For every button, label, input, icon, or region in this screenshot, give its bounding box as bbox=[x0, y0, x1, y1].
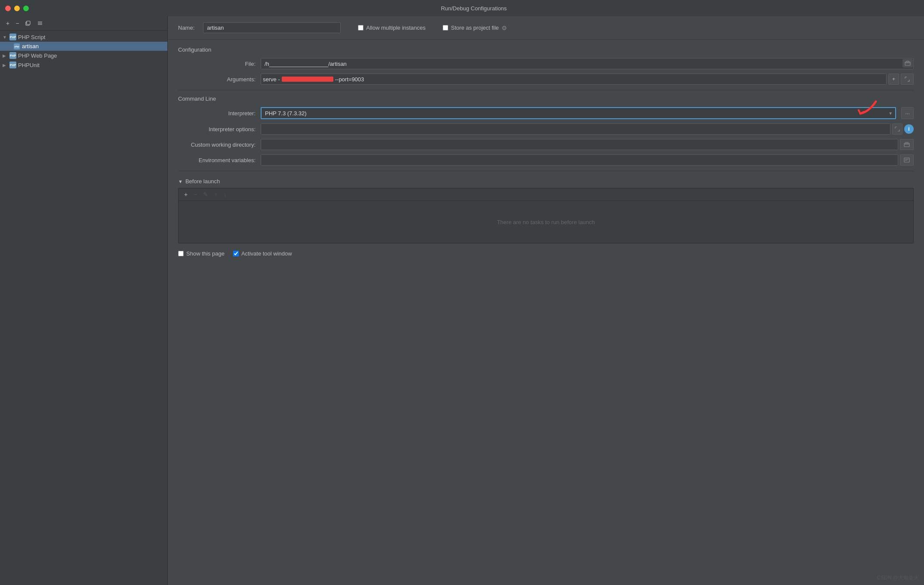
file-input[interactable] bbox=[261, 58, 914, 69]
before-launch-toggle-button[interactable]: ▼ bbox=[178, 179, 183, 184]
before-launch-empty-message: There are no tasks to run before launch bbox=[497, 219, 595, 225]
file-browse-button[interactable] bbox=[902, 59, 913, 68]
sidebar: + − ▼ PHP PHP Script bbox=[0, 16, 168, 585]
titlebar: Run/Debug Configurations bbox=[0, 0, 924, 16]
traffic-lights bbox=[5, 6, 29, 11]
allow-multiple-instances-label: Allow multiple instances bbox=[366, 25, 425, 31]
arguments-serve: serve - bbox=[263, 76, 280, 83]
custom-working-dir-label: Custom working directory: bbox=[178, 142, 256, 148]
command-line-section: Command Line Interpreter: PHP 7.3 (7.3.3… bbox=[178, 95, 914, 166]
allow-multiple-instances-checkbox[interactable] bbox=[358, 25, 363, 31]
config-header: Name: Allow multiple instances Store as … bbox=[168, 16, 924, 40]
custom-working-dir-browse-button[interactable] bbox=[900, 139, 914, 150]
maximize-button[interactable] bbox=[23, 6, 29, 11]
arguments-add-button[interactable]: + bbox=[888, 74, 899, 85]
config-body: Configuration File: bbox=[168, 40, 924, 585]
artisan-icon: php bbox=[14, 43, 20, 49]
env-variables-row: Environment variables: bbox=[178, 154, 914, 166]
before-launch-header: ▼ Before launch bbox=[178, 178, 914, 185]
php-script-icon: PHP bbox=[9, 34, 16, 40]
svg-rect-5 bbox=[905, 62, 910, 65]
gear-icon[interactable]: ⚙ bbox=[502, 25, 507, 31]
sidebar-item-php-script[interactable]: ▼ PHP PHP Script bbox=[0, 32, 167, 42]
arguments-label: Arguments: bbox=[178, 76, 256, 83]
chevron-down-icon: ▼ bbox=[3, 35, 8, 40]
php-web-page-icon: PHP bbox=[9, 52, 16, 59]
watermark: CSDN @大炮走火 bbox=[877, 574, 919, 582]
interpreter-row: Interpreter: PHP 7.3 (7.3.32) ▼ ··· bbox=[178, 107, 914, 119]
interpreter-label: Interpreter: bbox=[178, 110, 256, 117]
phpunit-label: PHPUnit bbox=[18, 62, 40, 68]
show-this-page-checkbox[interactable] bbox=[178, 251, 184, 256]
interpreter-options-info-button[interactable]: i bbox=[904, 124, 914, 134]
sidebar-item-artisan[interactable]: php artisan bbox=[0, 42, 167, 51]
sidebar-item-phpunit[interactable]: ▶ PHP PHPUnit bbox=[0, 60, 167, 70]
svg-rect-6 bbox=[904, 143, 909, 147]
env-variables-edit-button[interactable] bbox=[900, 154, 914, 166]
name-label: Name: bbox=[178, 25, 194, 31]
close-button[interactable] bbox=[5, 6, 11, 11]
before-launch-remove-button[interactable]: − bbox=[191, 190, 199, 199]
before-launch-empty-state: There are no tasks to run before launch bbox=[178, 200, 914, 243]
config-name-input[interactable] bbox=[203, 22, 341, 33]
window-title: Run/Debug Configurations bbox=[29, 5, 919, 12]
interpreter-options-row: Interpreter options: i bbox=[178, 123, 914, 135]
env-variables-input[interactable] bbox=[261, 154, 898, 166]
before-launch-add-button[interactable]: + bbox=[182, 190, 190, 199]
chevron-right-icon: ▶ bbox=[3, 53, 8, 58]
chevron-right-icon-2: ▶ bbox=[3, 63, 8, 68]
before-launch-edit-button[interactable]: ✎ bbox=[201, 190, 210, 199]
arguments-redacted-1 bbox=[282, 77, 333, 82]
custom-working-dir-row: Custom working directory: bbox=[178, 139, 914, 150]
activate-tool-window-checkbox[interactable] bbox=[233, 251, 239, 256]
before-launch-toolbar: + − ✎ ↑ ↓ bbox=[178, 188, 914, 200]
command-line-title: Command Line bbox=[178, 95, 914, 102]
arguments-expand-button[interactable] bbox=[901, 74, 914, 85]
interpreter-options-expand-button[interactable] bbox=[892, 123, 902, 135]
svg-rect-1 bbox=[27, 21, 30, 25]
store-as-project-file-group: Store as project file ⚙ bbox=[443, 25, 507, 31]
sidebar-tree: ▼ PHP PHP Script php artisan ▶ PHP PHP W… bbox=[0, 31, 167, 585]
file-row: File: bbox=[178, 58, 914, 69]
bottom-options: Show this page Activate tool window bbox=[178, 250, 914, 264]
allow-multiple-instances-group: Allow multiple instances bbox=[358, 25, 425, 31]
move-config-button[interactable] bbox=[35, 19, 45, 27]
phpunit-icon: PHP bbox=[9, 62, 16, 68]
copy-config-button[interactable] bbox=[23, 19, 33, 27]
interpreter-options-input[interactable] bbox=[261, 123, 890, 135]
arguments-row: Arguments: serve - --port=9003 + bbox=[178, 74, 914, 85]
interpreter-select[interactable]: PHP 7.3 (7.3.32) bbox=[261, 107, 896, 119]
php-web-page-label: PHP Web Page bbox=[18, 52, 57, 59]
divider-1 bbox=[178, 90, 914, 90]
store-as-project-file-checkbox[interactable] bbox=[443, 25, 448, 31]
activate-tool-window-label: Activate tool window bbox=[241, 250, 292, 257]
divider-2 bbox=[178, 171, 914, 171]
before-launch-move-up-button[interactable]: ↑ bbox=[212, 190, 219, 199]
file-label: File: bbox=[178, 61, 256, 67]
interpreter-options-label: Interpreter options: bbox=[178, 126, 256, 132]
right-panel: Name: Allow multiple instances Store as … bbox=[168, 16, 924, 585]
before-launch-move-down-button[interactable]: ↓ bbox=[221, 190, 228, 199]
remove-config-button[interactable]: − bbox=[14, 19, 21, 28]
php-script-label: PHP Script bbox=[18, 34, 45, 40]
show-this-page-group: Show this page bbox=[178, 250, 225, 257]
show-this-page-label: Show this page bbox=[186, 250, 225, 257]
configuration-title: Configuration bbox=[178, 46, 914, 53]
env-variables-label: Environment variables: bbox=[178, 157, 256, 163]
before-launch-section: ▼ Before launch + − ✎ ↑ ↓ There are no t… bbox=[178, 178, 914, 243]
before-launch-title: Before launch bbox=[185, 178, 220, 185]
interpreter-more-button[interactable]: ··· bbox=[901, 107, 914, 119]
sidebar-item-php-web-page[interactable]: ▶ PHP PHP Web Page bbox=[0, 51, 167, 60]
artisan-label: artisan bbox=[22, 43, 39, 49]
minimize-button[interactable] bbox=[14, 6, 20, 11]
add-config-button[interactable]: + bbox=[4, 19, 11, 28]
sidebar-toolbar: + − bbox=[0, 16, 167, 31]
store-as-project-file-label: Store as project file bbox=[451, 25, 499, 31]
configuration-section: Configuration File: bbox=[178, 46, 914, 85]
activate-tool-window-group: Activate tool window bbox=[233, 250, 292, 257]
main-content: + − ▼ PHP PHP Script bbox=[0, 16, 924, 585]
arguments-port: --port=9003 bbox=[335, 76, 364, 83]
custom-working-dir-input[interactable] bbox=[261, 139, 898, 150]
